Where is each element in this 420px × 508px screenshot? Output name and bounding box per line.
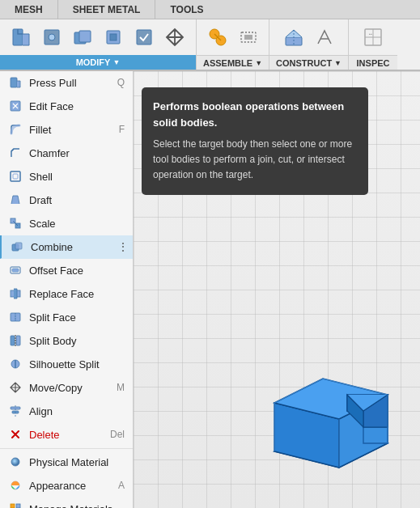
menu-item-combine[interactable]: Combine ⋮ [0, 235, 133, 259]
appearance-shortcut: A [118, 480, 125, 491]
menu-item-press-pull[interactable]: Press Pull Q [0, 71, 133, 95]
align-icon [8, 404, 23, 418]
menu-item-draft[interactable]: Draft [0, 188, 133, 212]
menu-item-manage-materials[interactable]: Manage Materials [0, 497, 133, 508]
combine-more-icon[interactable]: ⋮ [117, 240, 129, 253]
delete-label: Delete [29, 429, 104, 441]
edit-face-label: Edit Face [29, 100, 125, 112]
menu-item-offset-face[interactable]: Offset Face [0, 259, 133, 282]
main-content: Press Pull Q Edit Face Fillet F [0, 71, 420, 508]
menu-item-chamfer[interactable]: Chamfer [0, 142, 133, 165]
construct-btn-2[interactable] [310, 23, 339, 52]
inspect-btn-1[interactable]: ↔ [358, 23, 388, 52]
appearance-icon [8, 478, 23, 493]
inspect-label[interactable]: INSPEC [349, 55, 397, 70]
modify-section: MODIFY ▼ [0, 19, 197, 70]
menu-item-delete[interactable]: Delete Del [0, 423, 133, 447]
menu-item-fillet[interactable]: Fillet F [0, 118, 133, 142]
assemble-section: ASSEMBLE ▼ [197, 19, 269, 70]
chamfer-icon [8, 146, 23, 160]
silhouette-split-icon [8, 357, 23, 371]
construct-section: CONSTRUCT ▼ [269, 19, 349, 70]
edit-face-icon [8, 99, 23, 113]
svg-rect-12 [244, 35, 252, 40]
svg-rect-34 [11, 336, 15, 345]
physical-material-icon [8, 455, 23, 469]
svg-rect-35 [16, 336, 20, 345]
menu-item-align[interactable]: Align [0, 400, 133, 423]
svg-rect-28 [15, 243, 22, 249]
split-face-icon [8, 310, 23, 324]
split-body-icon [8, 333, 23, 348]
offset-face-icon [8, 263, 23, 277]
toolbar-btn-5[interactable] [129, 23, 159, 52]
construct-btn-1[interactable] [279, 23, 308, 52]
modify-arrow: ▼ [112, 58, 120, 66]
press-pull-shortcut: Q [117, 77, 125, 88]
3d-shape-container [258, 362, 404, 492]
physical-material-label: Physical Material [29, 456, 125, 468]
tab-mesh[interactable]: MESH [0, 0, 58, 19]
tab-sheet-metal[interactable]: SHEET METAL [58, 0, 156, 19]
menu-item-physical-material[interactable]: Physical Material [0, 451, 133, 474]
toolbar-btn-1[interactable] [6, 23, 36, 52]
tab-tools[interactable]: TOOLS [155, 0, 218, 19]
menu-item-replace-face[interactable]: Replace Face [0, 282, 133, 306]
delete-shortcut: Del [110, 429, 125, 440]
toolbar-btn-2[interactable] [37, 23, 66, 52]
tooltip-popup: Performs boolean operations between soli… [142, 87, 368, 195]
offset-face-label: Offset Face [29, 265, 125, 277]
svg-rect-44 [11, 504, 15, 508]
combine-label: Combine [31, 241, 125, 253]
svg-rect-20 [11, 78, 17, 87]
shell-icon [8, 169, 23, 184]
tooltip-description: Select the target body then select one o… [153, 137, 357, 184]
separator-1 [0, 448, 133, 449]
svg-point-42 [11, 458, 19, 466]
toolbar: MODIFY ▼ ASSEMBLE ▼ [0, 19, 420, 71]
toolbar-btn-3[interactable] [68, 23, 97, 52]
shell-label: Shell [29, 171, 125, 183]
top-tabs: MESH SHEET METAL TOOLS [0, 0, 420, 19]
split-face-label: Split Face [29, 311, 125, 324]
inspect-section: ↔ INSPEC [349, 19, 397, 70]
svg-rect-30 [12, 269, 19, 272]
manage-materials-icon [8, 502, 23, 508]
modify-label[interactable]: MODIFY ▼ [0, 55, 196, 70]
menu-item-shell[interactable]: Shell [0, 165, 133, 188]
svg-point-2 [49, 34, 55, 40]
silhouette-split-label: Silhouette Split [29, 358, 125, 370]
assemble-btn-2[interactable] [234, 23, 263, 52]
menu-item-split-body[interactable]: Split Body [0, 329, 133, 353]
sidebar-menu: Press Pull Q Edit Face Fillet F [0, 71, 134, 508]
svg-rect-4 [79, 31, 91, 42]
menu-item-split-face[interactable]: Split Face [0, 306, 133, 329]
canvas-area[interactable]: Performs boolean operations between soli… [134, 71, 420, 508]
toolbar-btn-4[interactable] [99, 23, 128, 52]
tooltip-title: Performs boolean operations between soli… [153, 99, 357, 130]
press-pull-icon [8, 75, 23, 90]
move-copy-label: Move/Copy [29, 382, 110, 394]
construct-arrow: ▼ [334, 59, 342, 67]
menu-item-silhouette-split[interactable]: Silhouette Split [0, 353, 133, 376]
menu-item-scale[interactable]: Scale [0, 212, 133, 235]
menu-item-move-copy[interactable]: Move/Copy M [0, 376, 133, 400]
move-copy-icon [8, 380, 23, 395]
combine-icon [10, 239, 24, 254]
assemble-btn-1[interactable] [203, 23, 232, 52]
svg-rect-23 [13, 174, 18, 179]
toolbar-btn-move[interactable] [160, 23, 189, 52]
scale-icon [8, 216, 23, 231]
appearance-label: Appearance [29, 480, 112, 492]
draft-label: Draft [29, 194, 125, 206]
split-body-label: Split Body [29, 335, 125, 347]
menu-item-appearance[interactable]: Appearance A [0, 474, 133, 497]
manage-materials-label: Manage Materials [29, 503, 125, 509]
construct-label[interactable]: CONSTRUCT ▼ [269, 55, 348, 70]
delete-icon [8, 427, 23, 442]
assemble-label[interactable]: ASSEMBLE ▼ [197, 55, 269, 70]
scale-label: Scale [29, 218, 125, 230]
move-copy-shortcut: M [117, 382, 125, 393]
replace-face-icon [8, 286, 23, 301]
menu-item-edit-face[interactable]: Edit Face [0, 95, 133, 118]
